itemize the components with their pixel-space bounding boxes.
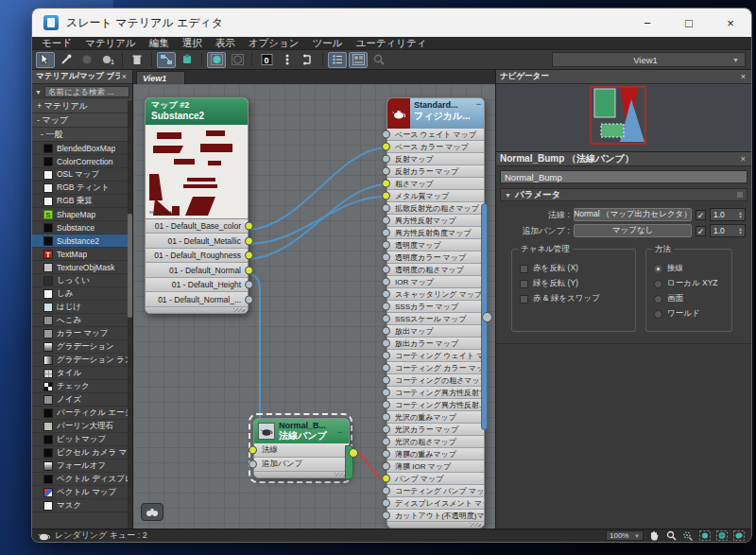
select-by-material-icon[interactable] bbox=[369, 52, 388, 68]
menu-item-7[interactable]: ユーティリティ bbox=[355, 37, 426, 50]
physical-input-slot[interactable]: コーティング バンプ マップ bbox=[387, 485, 484, 497]
browser-item[interactable]: TextureObjMask bbox=[32, 261, 132, 274]
input-socket[interactable] bbox=[382, 499, 390, 508]
layout-all-vertical-icon[interactable] bbox=[278, 52, 297, 68]
normal-bump-resize-grip[interactable] bbox=[254, 472, 349, 477]
physical-minimize-icon[interactable]: − bbox=[476, 98, 484, 129]
input-socket[interactable] bbox=[382, 352, 390, 360]
input-socket-connected[interactable] bbox=[382, 143, 390, 151]
input-socket[interactable] bbox=[382, 290, 390, 299]
node-substance2[interactable]: マップ #2 Substance2 bbox=[145, 97, 249, 314]
zoom-extents-selected-icon[interactable] bbox=[715, 530, 729, 542]
physical-input-slot[interactable]: ディスプレイスメント マップ bbox=[387, 497, 484, 510]
physical-header[interactable]: Standard... フィジカル... − bbox=[387, 98, 484, 129]
normal-bump-output-socket[interactable] bbox=[349, 448, 358, 458]
browser-item[interactable]: RGB ティント bbox=[32, 182, 132, 195]
input-socket[interactable] bbox=[382, 217, 390, 225]
select-tool-icon[interactable] bbox=[36, 52, 55, 68]
physical-input-slot[interactable]: SSSカラー マップ bbox=[387, 301, 484, 313]
physical-input-slot[interactable]: 異方性反射角度マップ bbox=[387, 227, 484, 239]
search-filter-icon[interactable]: ▼ bbox=[35, 89, 42, 95]
show-map-in-viewport-icon[interactable] bbox=[228, 52, 247, 68]
physical-input-slot[interactable]: 透明度の粗さマップ bbox=[387, 264, 484, 276]
move-children-icon[interactable] bbox=[157, 52, 176, 68]
browser-item[interactable]: チェック bbox=[32, 380, 132, 393]
radio-2[interactable] bbox=[654, 295, 662, 304]
input-socket[interactable] bbox=[382, 401, 390, 409]
additional-bump-checkbox[interactable]: ✓ bbox=[696, 226, 706, 236]
substance2-output-slot[interactable]: 01 - Default_Normal_... bbox=[146, 292, 248, 307]
input-socket[interactable] bbox=[382, 425, 390, 434]
input-socket[interactable] bbox=[382, 229, 390, 237]
checkbox-2[interactable] bbox=[520, 295, 528, 304]
material-name-field[interactable] bbox=[500, 170, 747, 183]
navigator-close-icon[interactable]: × bbox=[739, 72, 747, 81]
browser-item[interactable]: パーリン大理石 bbox=[32, 420, 132, 433]
output-socket-connected[interactable] bbox=[245, 222, 253, 231]
zoom-region-icon[interactable] bbox=[681, 530, 695, 542]
navigator-minimap[interactable] bbox=[496, 84, 751, 152]
maximize-button[interactable]: □ bbox=[668, 9, 710, 37]
physical-input-slot[interactable]: 透明度マップ bbox=[387, 239, 484, 251]
browser-item[interactable]: へこみ bbox=[32, 314, 132, 327]
input-socket[interactable] bbox=[382, 266, 390, 274]
input-socket[interactable] bbox=[382, 462, 390, 471]
browser-item[interactable]: Substance bbox=[32, 221, 132, 234]
delete-selected-icon[interactable] bbox=[128, 52, 146, 68]
physical-input-slot[interactable]: 光沢カラー マップ bbox=[387, 424, 484, 436]
additional-bump-spinner[interactable]: 1.0 ▲▼ bbox=[710, 224, 746, 237]
physical-input-slot[interactable]: スキャッタリング マップ bbox=[387, 288, 484, 301]
physical-input-slot[interactable]: 粗さマップ bbox=[387, 178, 484, 190]
normal-bump-input-slot[interactable]: 法線 bbox=[254, 443, 349, 458]
browser-scrollbar[interactable] bbox=[128, 100, 132, 529]
browser-item[interactable]: ピクセル カメラ マップ bbox=[32, 446, 132, 460]
node-physical-material[interactable]: Standard... フィジカル... − ベース ウェイト マップベース カ… bbox=[387, 97, 485, 529]
input-socket[interactable] bbox=[382, 253, 390, 262]
input-socket[interactable] bbox=[382, 364, 390, 373]
substance2-output-slot[interactable]: 01 - Default_Base_color bbox=[146, 219, 248, 234]
browser-item[interactable]: フォールオフ bbox=[32, 460, 132, 473]
physical-input-slot[interactable]: 放出マップ bbox=[387, 325, 484, 338]
substance2-output-slot[interactable]: 01 - Default_Metallic bbox=[146, 234, 248, 249]
physical-input-slot[interactable]: コーティング異方性反射... bbox=[387, 399, 484, 411]
zoom-extents-icon[interactable] bbox=[698, 530, 712, 542]
physical-input-slot[interactable]: SSSスケール マップ bbox=[387, 313, 484, 325]
physical-input-slot[interactable]: IOR マップ bbox=[387, 276, 484, 288]
browser-item[interactable]: グラデーション ランプ bbox=[32, 354, 132, 367]
substance2-output-slot[interactable]: 01 - Default_Normal bbox=[146, 263, 248, 278]
browser-item[interactable]: Substance2 bbox=[32, 234, 132, 248]
zoom-level-dropdown[interactable]: 100% ▼ bbox=[606, 530, 644, 541]
tab-view1[interactable]: View1 bbox=[136, 71, 185, 84]
browser-item[interactable]: ベクトル ディスプレイ ... bbox=[32, 473, 132, 486]
output-socket[interactable] bbox=[245, 281, 253, 289]
make-material-preview-icon[interactable] bbox=[77, 52, 96, 68]
input-socket-connected[interactable] bbox=[382, 475, 390, 483]
node-normal-bump[interactable]: Normal_B... 法線バンプ − 法線追加バンプ bbox=[253, 418, 350, 478]
browser-item[interactable]: しみ bbox=[32, 287, 132, 301]
physical-resize-grip[interactable] bbox=[387, 522, 484, 528]
pan-tool-icon[interactable] bbox=[647, 530, 661, 542]
physical-input-slot[interactable]: 放出カラー マップ bbox=[387, 338, 484, 350]
parameters-rollout[interactable]: ▼ パラメータ bbox=[500, 188, 747, 201]
zoom-extents-all-icon[interactable] bbox=[732, 530, 746, 542]
physical-input-slot[interactable]: コーティング ウェイト マップ bbox=[387, 350, 484, 362]
input-socket-connected[interactable] bbox=[382, 180, 390, 188]
physical-input-slot[interactable]: 透明度カラー マップ bbox=[387, 251, 484, 264]
input-socket[interactable] bbox=[382, 155, 390, 164]
input-socket[interactable] bbox=[382, 303, 390, 311]
hide-unused-nodeslots-icon[interactable] bbox=[178, 52, 197, 68]
substance2-header[interactable]: マップ #2 Substance2 bbox=[146, 98, 248, 125]
browser-item[interactable]: はじけ bbox=[32, 301, 132, 314]
browser-item[interactable]: ベクトル マップ bbox=[32, 486, 132, 499]
physical-input-slot[interactable]: 異方性反射マップ bbox=[387, 215, 484, 227]
physical-input-slot[interactable]: ベース ウェイト マップ bbox=[387, 129, 484, 141]
browser-item[interactable]: TTextMap bbox=[32, 248, 132, 261]
radio-1[interactable] bbox=[654, 280, 662, 288]
browser-group-maps[interactable]: - マップ bbox=[32, 113, 132, 128]
radio-0[interactable] bbox=[654, 265, 662, 273]
checkbox-1[interactable] bbox=[520, 280, 528, 288]
input-socket[interactable] bbox=[382, 450, 390, 459]
menu-item-3[interactable]: 選択 bbox=[182, 37, 202, 50]
substance2-output-slot[interactable]: 01 - Default_Roughness bbox=[146, 249, 248, 264]
input-socket[interactable] bbox=[249, 460, 257, 469]
